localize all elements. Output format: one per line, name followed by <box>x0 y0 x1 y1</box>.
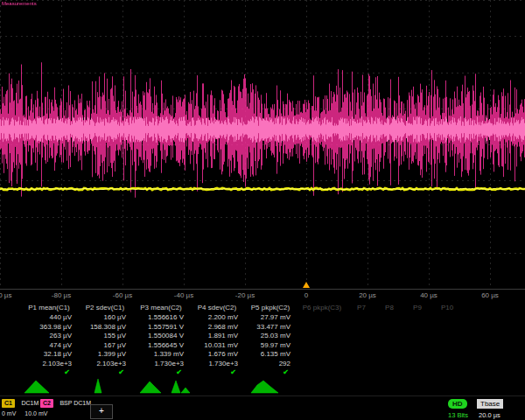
measurement-cell <box>404 341 432 351</box>
time-axis-label: -20 µs <box>235 291 255 299</box>
measurement-cell <box>298 313 348 323</box>
time-axis-label: 20 µs <box>359 291 376 299</box>
measurement-cell: 158.308 µV <box>79 323 133 332</box>
measurement-cell: 1.730e+3 <box>133 360 191 369</box>
measurement-cell: 33.477 mV <box>245 323 298 332</box>
measurement-cell: 363.98 µV <box>21 323 79 332</box>
param-header-p3[interactable]: P3 mean(C2) <box>133 303 191 313</box>
histicon-p2[interactable] <box>84 378 114 394</box>
cursor-marker[interactable]: + <box>90 404 113 419</box>
measurement-cell: 1.339 mV <box>133 350 191 360</box>
measurement-cell <box>432 350 464 360</box>
measurement-cell <box>348 313 376 323</box>
measurement-cell: ✔ <box>133 368 191 378</box>
measurement-cell: 10.031 mV <box>191 341 245 351</box>
measurement-table: P1 mean(C1)P2 sdev(C1)P3 mean(C2)P4 sdev… <box>0 303 525 377</box>
param-header-p8[interactable]: P8 <box>376 303 404 313</box>
measurement-cell: 160 µV <box>79 313 133 323</box>
c2-chip[interactable]: C2 <box>40 399 53 408</box>
measurement-cell <box>432 341 464 351</box>
timebase-value: 20.0 µs <box>479 411 500 419</box>
measurement-cell: 2.968 mV <box>191 323 245 332</box>
measurement-row-value: 440 µV160 µV1.556616 V2.200 mV27.97 mV <box>21 313 525 323</box>
time-axis-label: -80 µs <box>52 291 71 299</box>
measurement-cell: 440 µV <box>21 313 79 323</box>
measurement-cell: 263 µV <box>21 332 79 341</box>
measurement-cell: 27.97 mV <box>245 313 298 323</box>
param-header-p1[interactable]: P1 mean(C1) <box>21 303 79 313</box>
param-header-p6[interactable]: P6 pkpk(C3) <box>298 303 348 313</box>
measurement-cell <box>376 332 404 341</box>
c2-coupling: BSP DC1M <box>60 399 91 408</box>
measurement-cell <box>376 323 404 332</box>
waveform-grid[interactable]: Measurements <box>0 0 525 289</box>
measurement-cell: 2.103e+3 <box>21 360 79 369</box>
param-header-p10[interactable]: P10 <box>432 303 464 313</box>
measurement-cell <box>298 332 348 341</box>
trigger-position-marker[interactable] <box>303 282 310 288</box>
measurement-cell: 1.676 mV <box>191 350 245 360</box>
param-header-p4[interactable]: P4 sdev(C2) <box>191 303 245 313</box>
measurement-cell <box>376 341 404 351</box>
histicon-p5[interactable] <box>250 378 280 394</box>
histicon-p1[interactable] <box>23 378 52 394</box>
oscilloscope-screen: Measurements -100 µs-80 µs-60 µs-40 µs-2… <box>0 0 525 420</box>
measurement-cell <box>298 360 348 369</box>
measurement-cell: 1.730e+3 <box>191 360 245 369</box>
histicon-p3[interactable] <box>138 378 168 394</box>
param-header-p7[interactable]: P7 <box>348 303 376 313</box>
measurement-cell: ✔ <box>191 368 245 378</box>
time-axis: -100 µs-80 µs-60 µs-40 µs-20 µs020 µs40 … <box>0 289 525 303</box>
measurement-row-sdev: 32.18 µV1.399 µV1.339 mV1.676 mV6.135 mV <box>21 350 525 360</box>
measurement-cell <box>298 368 348 378</box>
measurement-cell <box>404 313 432 323</box>
time-axis-label: -100 µs <box>0 291 11 299</box>
waveform-canvas[interactable] <box>0 0 525 289</box>
measurement-cell: 1.550084 V <box>133 332 191 341</box>
measurement-cell <box>376 360 404 369</box>
measurement-cell: 6.135 mV <box>245 350 298 360</box>
measurement-row-min: 263 µV155 µV1.550084 V1.891 mV25.03 mV <box>21 332 525 341</box>
measurement-header-row: P1 mean(C1)P2 sdev(C1)P3 mean(C2)P4 sdev… <box>21 303 525 313</box>
measurement-cell <box>298 323 348 332</box>
param-header-p5[interactable]: P5 pkpk(C2) <box>245 303 298 313</box>
measurement-cell <box>298 341 348 351</box>
measurement-cell <box>432 368 464 378</box>
measurement-cell: 59.97 mV <box>245 341 298 351</box>
measurement-cell: 1.556645 V <box>133 341 191 351</box>
measurement-cell: 1.557591 V <box>133 323 191 332</box>
param-header-p9[interactable]: P9 <box>404 303 432 313</box>
measurement-cell: 1.399 µV <box>79 350 133 360</box>
measurement-cell: 2.103e+3 <box>79 360 133 369</box>
measurement-cell <box>348 332 376 341</box>
measurement-cell <box>376 368 404 378</box>
c1-offset: 0 mV <box>2 410 16 416</box>
measurement-cell <box>404 350 432 360</box>
timebase-box[interactable]: Tbase <box>477 399 503 409</box>
histicon-p4[interactable] <box>170 378 200 394</box>
c1-scale: 10.0 mV <box>24 410 47 416</box>
time-axis-label: 60 µs <box>481 291 499 299</box>
hd-badge[interactable]: HD <box>448 399 467 409</box>
measurement-cell <box>376 313 404 323</box>
c1-chip[interactable]: C1 <box>2 399 15 408</box>
time-axis-label: 0 <box>304 291 308 299</box>
measurement-cell: 1.891 mV <box>191 332 245 341</box>
measurement-cell <box>348 323 376 332</box>
c1-coupling: DC1M <box>21 399 38 408</box>
time-axis-label: -60 µs <box>113 291 132 299</box>
param-header-p2[interactable]: P2 sdev(C1) <box>79 303 133 313</box>
measurement-cell <box>404 368 432 378</box>
measurement-cell: 2.200 mV <box>191 313 245 323</box>
plus-icon: + <box>99 406 104 416</box>
measurement-cell: 292 <box>245 360 298 369</box>
measurement-cell <box>404 360 432 369</box>
measure-annotation: Measurements <box>2 1 37 6</box>
measurement-cell: 167 µV <box>79 341 133 351</box>
time-axis-label: -40 µs <box>174 291 193 299</box>
measurement-cell: 155 µV <box>79 332 133 341</box>
measurement-cell: ✔ <box>245 368 298 378</box>
histicon-row <box>0 377 525 396</box>
measurement-cell <box>348 360 376 369</box>
measurement-cell: 474 µV <box>21 341 79 351</box>
